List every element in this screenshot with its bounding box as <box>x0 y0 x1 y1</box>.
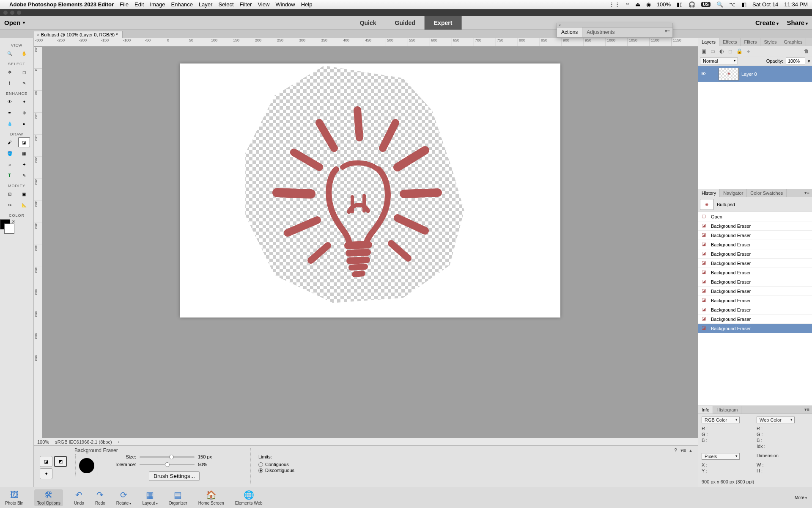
history-tab[interactable]: History <box>698 189 720 197</box>
layout-button[interactable]: ▦Layout <box>142 490 157 505</box>
canvas-viewport[interactable] <box>42 47 698 438</box>
photo-bin-button[interactable]: 🖼Photo Bin <box>5 490 23 505</box>
menu-select[interactable]: Select <box>218 1 233 8</box>
control-center-icon[interactable]: ⌥ <box>729 1 735 8</box>
marquee-tool[interactable]: ◻ <box>18 67 30 77</box>
history-item[interactable]: ◪Background Eraser <box>698 296 812 305</box>
paint-bucket-tool[interactable]: 🪣 <box>4 148 16 158</box>
background-color[interactable] <box>4 224 14 234</box>
spot-heal-tool[interactable]: ✦ <box>18 97 30 107</box>
layer-thumbnail[interactable]: ✺ <box>719 68 739 80</box>
zoom-tool[interactable]: 🔍 <box>4 48 16 58</box>
app-name[interactable]: Adobe Photoshop Elements 2023 Editor <box>9 1 114 8</box>
effects-tab[interactable]: Effects <box>719 38 741 46</box>
history-item[interactable]: ◪Background Eraser <box>698 221 812 231</box>
layer-name[interactable]: Layer 0 <box>741 72 757 77</box>
menu-file[interactable]: File <box>120 1 129 8</box>
straighten-tool[interactable]: 📐 <box>18 200 30 210</box>
eraser-tool[interactable]: ◪ <box>18 137 30 147</box>
input-source[interactable]: US <box>701 2 710 7</box>
visibility-icon[interactable]: 👁 <box>698 71 708 77</box>
panel-menu-icon[interactable]: ▾≡ <box>802 189 812 197</box>
sponge-tool[interactable]: ● <box>18 119 30 129</box>
discontiguous-radio[interactable]: Discontiguous <box>258 468 294 473</box>
panel-menu-icon[interactable]: ▾≡ <box>802 406 812 414</box>
tolerance-slider[interactable] <box>140 464 195 465</box>
siri-icon[interactable]: ◧ <box>741 1 746 8</box>
history-document[interactable]: ✺ Bulb.psd <box>698 197 812 212</box>
filters-tab[interactable]: Filters <box>741 38 760 46</box>
history-item[interactable]: ◪Background Eraser <box>698 259 812 268</box>
history-item[interactable]: ◪Background Eraser <box>698 305 812 315</box>
move-tool[interactable]: ✥ <box>4 67 16 77</box>
panel-menu-icon[interactable]: ▾≡ <box>662 28 672 37</box>
eraser-variant-1[interactable]: ◪ <box>40 456 52 467</box>
swatches-tab[interactable]: Color Swatches <box>747 189 787 197</box>
spotlight-icon[interactable]: 🔍 <box>716 1 723 8</box>
document-tab[interactable]: × Bulb.psd @ 100% (Layer 0, RGB/8) * <box>34 31 123 38</box>
opacity-dropdown-icon[interactable]: ▾ <box>808 58 810 64</box>
brush-preview[interactable] <box>75 454 98 477</box>
close-window-icon[interactable] <box>3 11 8 15</box>
type-tool[interactable]: T <box>4 170 16 180</box>
collapse-icon[interactable]: ▴ <box>689 447 692 453</box>
blend-mode-select[interactable]: Normal <box>700 58 738 64</box>
mode-guided[interactable]: Guided <box>386 16 425 30</box>
history-item[interactable]: ◪Background Eraser <box>698 277 812 287</box>
content-aware-tool[interactable]: ✂ <box>4 200 16 210</box>
battery-icon[interactable]: ▮▯ <box>677 1 683 8</box>
redeye-tool[interactable]: 👁 <box>4 97 16 107</box>
record-icon[interactable]: ◉ <box>646 1 651 8</box>
create-menu[interactable]: Create <box>755 19 778 26</box>
menu-window[interactable]: Window <box>275 1 295 8</box>
shape-tool[interactable]: ✦ <box>18 159 30 169</box>
undo-button[interactable]: ↶Undo <box>74 490 84 505</box>
date[interactable]: Sat Oct 14 <box>752 1 778 8</box>
zoom-level[interactable]: 100% <box>37 439 49 444</box>
menu-view[interactable]: View <box>258 1 269 8</box>
pencil-tool[interactable]: ✎ <box>18 170 30 180</box>
smart-brush-tool[interactable]: ✒ <box>4 108 16 118</box>
menu-edit[interactable]: Edit <box>134 1 144 8</box>
home-screen-button[interactable]: 🏠Home Screen <box>198 490 224 505</box>
mode-expert[interactable]: Expert <box>425 16 462 30</box>
info-tab[interactable]: Info <box>698 406 713 414</box>
brush-tool[interactable]: 🖌 <box>4 137 16 147</box>
eject-icon[interactable]: ⏏ <box>635 1 640 8</box>
gradient-tool[interactable]: ▦ <box>18 148 30 158</box>
share-menu[interactable]: Share <box>787 19 808 26</box>
color-profile[interactable]: sRGB IEC61966-2.1 (8bpc) <box>55 439 112 444</box>
menu-image[interactable]: Image <box>150 1 165 8</box>
color-swatch[interactable]: ⤭ <box>0 219 14 234</box>
history-item[interactable]: ◪Background Eraser <box>698 324 812 333</box>
trash-icon[interactable]: 🗑 <box>803 47 810 55</box>
history-item[interactable]: ▢Open <box>698 212 812 221</box>
eraser-variant-magic[interactable]: ✦ <box>40 468 52 479</box>
menu-layer[interactable]: Layer <box>199 1 213 8</box>
adjustment-layer-icon[interactable]: ◐ <box>718 47 725 55</box>
close-tab-icon[interactable]: × <box>37 33 39 37</box>
menu-enhance[interactable]: Enhance <box>171 1 193 8</box>
actions-tab[interactable]: Actions <box>557 28 582 37</box>
close-icon[interactable]: × <box>559 23 561 27</box>
history-item[interactable]: ◪Background Eraser <box>698 268 812 277</box>
time[interactable]: 11:34 PM <box>784 1 808 8</box>
rotate-button[interactable]: ⟳Rotate <box>116 490 132 505</box>
elements-web-button[interactable]: 🌐Elements Web <box>235 490 263 505</box>
blur-tool[interactable]: 💧 <box>4 119 16 129</box>
size-slider[interactable] <box>140 456 195 458</box>
wifi-icon[interactable]: ⌔ <box>626 1 629 8</box>
zoom-window-icon[interactable] <box>17 11 21 15</box>
menu-filter[interactable]: Filter <box>240 1 252 8</box>
new-group-icon[interactable]: ▭ <box>709 47 716 55</box>
history-item[interactable]: ◪Background Eraser <box>698 315 812 324</box>
eraser-variant-bg[interactable]: ◩ <box>54 456 67 467</box>
brush-settings-button[interactable]: Brush Settings... <box>149 471 200 481</box>
organizer-button[interactable]: ▤Organizer <box>169 490 187 505</box>
swap-colors-icon[interactable]: ⤭ <box>12 219 15 224</box>
histogram-tab[interactable]: Histogram <box>713 406 741 414</box>
history-item[interactable]: ◪Background Eraser <box>698 240 812 249</box>
bluetooth-icon[interactable]: ⋮⋮ <box>609 1 620 8</box>
crop-tool[interactable]: ⊡ <box>4 189 16 199</box>
graphics-tab[interactable]: Graphics <box>780 38 806 46</box>
